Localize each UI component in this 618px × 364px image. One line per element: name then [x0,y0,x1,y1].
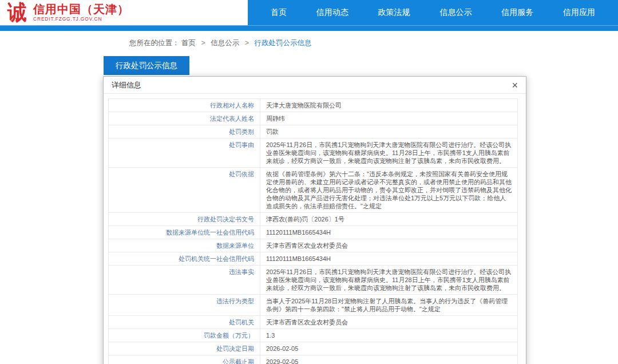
field-label: 处罚机关 [109,316,260,329]
field-value: 当事人于2025年11月28日对宠物狗注射了人用胰岛素。当事人的行为违反了《兽药… [260,295,518,316]
site-title: 信用中国（天津） [33,3,129,15]
detail-table: 行政相对人名称 天津大唐宠物医院有限公司 法定代表人姓名 周静纬 处罚类别 罚款… [108,98,518,364]
table-row: 违法事实 2025年11月26日，市民携1只宠物狗到天津大唐宠物医院有限公司进行… [109,266,518,295]
modal-header: 详细信息 × [104,77,526,94]
field-label: 处罚类别 [109,125,260,139]
field-value: 依据《兽药管理条例》第六十二条："违反本条例规定，未按照国家有关兽药安全使用规定… [260,168,518,213]
table-row: 处罚机关 天津市西青区农业农村委员会 [109,316,518,329]
field-value: 天津市西青区农业农村委员会 [260,316,518,329]
breadcrumb-separator: > [201,39,205,47]
field-label: 公示截止期 [109,355,260,364]
tab-administrative-penalty[interactable]: 行政处罚公示信息 [104,56,189,75]
breadcrumb-home[interactable]: 首页 [181,39,196,47]
breadcrumb-prefix: 您所在的位置： [129,39,180,47]
field-value: 天津大唐宠物医院有限公司 [260,99,518,112]
table-row: 法定代表人姓名 周静纬 [109,112,518,125]
table-row: 处罚依据 依据《兽药管理条例》第六十二条："违反本条例规定，未按照国家有关兽药安… [109,168,518,213]
breadcrumb-current-page[interactable]: 行政处罚公示信息 [255,39,312,47]
field-label: 处罚事由 [109,139,260,168]
main-nav: 首页 信用动态 政策法规 信息公示 信用服务 信用应用 [248,0,618,25]
field-label: 数据来源单位统一社会信用代码 [109,226,260,239]
table-row: 行政相对人名称 天津大唐宠物医院有限公司 [109,99,518,112]
nav-item[interactable]: 信息公示 [439,7,472,18]
nav-item[interactable]: 政策法规 [378,7,410,18]
field-value: 11120111MB1665434H [260,226,518,239]
field-label: 行政相对人名称 [109,99,260,112]
field-value: 周静纬 [260,112,518,125]
header-divider-strip [0,25,618,31]
table-row: 行政处罚决定书文号 津西农(兽药)罚〔2026〕1号 [109,213,518,226]
table-row: 违法行为类型 当事人于2025年11月28日对宠物狗注射了人用胰岛素。当事人的行… [109,295,518,316]
field-label: 处罚依据 [109,168,260,213]
nav-item[interactable]: 信用应用 [563,7,595,18]
field-value: 2026-02-05 [260,342,518,355]
breadcrumb-info-disclosure[interactable]: 信息公示 [211,39,239,47]
table-row: 数据来源单位 天津市西青区农业农村委员会 [109,239,518,252]
field-value: 1.3 [260,329,518,342]
table-row: 处罚机关统一社会信用代码 11120111MB1665434H [109,252,518,266]
table-row: 处罚事由 2025年11月26日，市民携1只宠物狗到天津大唐宠物医院有限公司进行… [109,139,518,168]
table-row: 罚款金额（万元） 1.3 [109,329,518,342]
field-label: 罚款金额（万元） [109,329,260,342]
table-row: 数据来源单位统一社会信用代码 11120111MB1665434H [109,226,518,239]
site-logo[interactable]: 诚 信用中国（天津） CREDIT.FZGG.TJ.GOV.CN [0,0,248,25]
modal-body: 行政相对人名称 天津大唐宠物医院有限公司 法定代表人姓名 周静纬 处罚类别 罚款… [104,94,526,364]
field-label: 处罚机关统一社会信用代码 [109,252,260,266]
field-value: 2025年11月26日，市民携1只宠物狗到天津大唐宠物医院有限公司进行治疗。经该… [260,139,518,168]
field-value: 天津市西青区农业农村委员会 [260,239,518,252]
field-value: 2025年11月26日，市民携1只宠物狗到天津大唐宠物医院有限公司进行治疗。经该… [260,266,518,295]
field-label: 法定代表人姓名 [109,112,260,125]
field-value: 津西农(兽药)罚〔2026〕1号 [260,213,518,226]
table-row: 处罚类别 罚款 [109,125,518,139]
field-value: 2029-02-05 [260,355,518,364]
close-icon[interactable]: × [512,80,518,90]
field-label: 行政处罚决定书文号 [109,213,260,226]
field-value: 罚款 [260,125,518,139]
field-label: 处罚决定日期 [109,342,260,355]
site-header: 诚 信用中国（天津） CREDIT.FZGG.TJ.GOV.CN 首页 信用动态… [0,0,618,25]
modal-title: 详细信息 [112,80,141,90]
field-value: 11120111MB1665434H [260,252,518,266]
breadcrumb-separator: > [245,39,249,47]
table-row: 公示截止期 2029-02-05 [109,355,518,364]
table-row: 处罚决定日期 2026-02-05 [109,342,518,355]
field-label: 数据来源单位 [109,239,260,252]
detail-modal: 详细信息 × 行政相对人名称 天津大唐宠物医院有限公司 法定代表人姓名 周静纬 … [103,76,526,364]
site-subtitle: CREDIT.FZGG.TJ.GOV.CN [33,17,129,22]
credit-seal-icon: 诚 [6,0,29,25]
nav-item[interactable]: 信用服务 [501,7,533,18]
nav-item[interactable]: 信用动态 [316,7,348,18]
nav-item[interactable]: 首页 [271,7,287,18]
breadcrumb: 您所在的位置： 首页 > 信息公示 > 行政处罚公示信息 [129,38,618,48]
field-label: 违法事实 [109,266,260,295]
field-label: 违法行为类型 [109,295,260,316]
